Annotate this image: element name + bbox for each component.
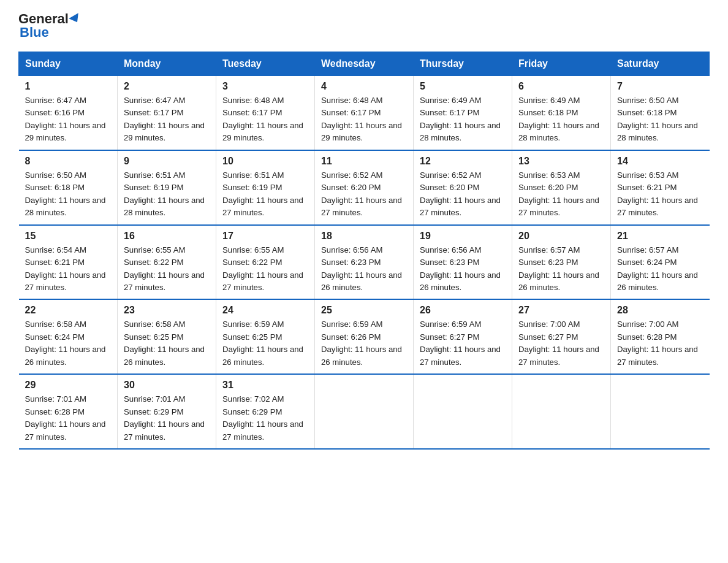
day-info: Sunrise: 6:57 AM Sunset: 6:24 PM Dayligh… bbox=[617, 244, 703, 294]
calendar-cell: 8 Sunrise: 6:50 AM Sunset: 6:18 PM Dayli… bbox=[19, 150, 118, 225]
day-info: Sunrise: 6:53 AM Sunset: 6:20 PM Dayligh… bbox=[518, 169, 604, 220]
day-number: 3 bbox=[222, 81, 308, 92]
weekday-row: SundayMondayTuesdayWednesdayThursdayFrid… bbox=[19, 52, 710, 76]
calendar-cell: 25 Sunrise: 6:59 AM Sunset: 6:26 PM Dayl… bbox=[315, 299, 414, 374]
logo-general-text: General bbox=[18, 12, 69, 26]
weekday-header-monday: Monday bbox=[118, 52, 216, 76]
page-header: General Blue bbox=[18, 12, 710, 40]
day-info: Sunrise: 6:47 AM Sunset: 6:16 PM Dayligh… bbox=[25, 94, 112, 145]
day-number: 30 bbox=[124, 380, 210, 391]
calendar-week-3: 15 Sunrise: 6:54 AM Sunset: 6:21 PM Dayl… bbox=[19, 225, 710, 300]
calendar-cell: 22 Sunrise: 6:58 AM Sunset: 6:24 PM Dayl… bbox=[19, 299, 118, 374]
day-number: 17 bbox=[222, 231, 308, 242]
weekday-header-saturday: Saturday bbox=[611, 52, 710, 76]
day-info: Sunrise: 6:58 AM Sunset: 6:24 PM Dayligh… bbox=[25, 318, 112, 369]
calendar-cell bbox=[512, 374, 611, 449]
calendar-cell: 4 Sunrise: 6:48 AM Sunset: 6:17 PM Dayli… bbox=[315, 76, 414, 150]
calendar-cell: 28 Sunrise: 7:00 AM Sunset: 6:28 PM Dayl… bbox=[611, 299, 710, 374]
day-number: 11 bbox=[321, 156, 407, 167]
day-info: Sunrise: 6:59 AM Sunset: 6:27 PM Dayligh… bbox=[420, 318, 506, 369]
weekday-header-tuesday: Tuesday bbox=[216, 52, 315, 76]
day-number: 2 bbox=[124, 81, 210, 92]
day-info: Sunrise: 6:48 AM Sunset: 6:17 PM Dayligh… bbox=[222, 94, 308, 145]
day-number: 8 bbox=[25, 156, 112, 167]
day-number: 4 bbox=[321, 81, 407, 92]
day-info: Sunrise: 6:50 AM Sunset: 6:18 PM Dayligh… bbox=[25, 169, 112, 220]
day-number: 19 bbox=[420, 231, 506, 242]
day-info: Sunrise: 6:53 AM Sunset: 6:21 PM Dayligh… bbox=[617, 169, 703, 220]
day-number: 10 bbox=[222, 156, 308, 167]
day-info: Sunrise: 6:50 AM Sunset: 6:18 PM Dayligh… bbox=[617, 94, 703, 145]
day-number: 5 bbox=[420, 81, 506, 92]
day-info: Sunrise: 6:55 AM Sunset: 6:22 PM Dayligh… bbox=[124, 244, 210, 294]
day-info: Sunrise: 7:00 AM Sunset: 6:27 PM Dayligh… bbox=[518, 318, 604, 369]
day-info: Sunrise: 6:56 AM Sunset: 6:23 PM Dayligh… bbox=[321, 244, 407, 294]
calendar-week-4: 22 Sunrise: 6:58 AM Sunset: 6:24 PM Dayl… bbox=[19, 299, 710, 374]
calendar-cell: 29 Sunrise: 7:01 AM Sunset: 6:28 PM Dayl… bbox=[19, 374, 118, 449]
day-info: Sunrise: 6:56 AM Sunset: 6:23 PM Dayligh… bbox=[420, 244, 506, 294]
calendar-cell: 10 Sunrise: 6:51 AM Sunset: 6:19 PM Dayl… bbox=[216, 150, 315, 225]
day-number: 25 bbox=[321, 305, 407, 316]
day-info: Sunrise: 7:02 AM Sunset: 6:29 PM Dayligh… bbox=[222, 393, 308, 443]
calendar-header: SundayMondayTuesdayWednesdayThursdayFrid… bbox=[19, 52, 710, 76]
calendar-cell: 27 Sunrise: 7:00 AM Sunset: 6:27 PM Dayl… bbox=[512, 299, 611, 374]
day-info: Sunrise: 6:59 AM Sunset: 6:26 PM Dayligh… bbox=[321, 318, 407, 369]
weekday-header-wednesday: Wednesday bbox=[315, 52, 414, 76]
calendar-cell: 9 Sunrise: 6:51 AM Sunset: 6:19 PM Dayli… bbox=[118, 150, 216, 225]
day-info: Sunrise: 6:59 AM Sunset: 6:25 PM Dayligh… bbox=[222, 318, 308, 369]
calendar-cell: 16 Sunrise: 6:55 AM Sunset: 6:22 PM Dayl… bbox=[118, 225, 216, 300]
calendar-cell: 31 Sunrise: 7:02 AM Sunset: 6:29 PM Dayl… bbox=[216, 374, 315, 449]
day-number: 29 bbox=[25, 380, 112, 391]
calendar-cell: 3 Sunrise: 6:48 AM Sunset: 6:17 PM Dayli… bbox=[216, 76, 315, 150]
calendar-body: 1 Sunrise: 6:47 AM Sunset: 6:16 PM Dayli… bbox=[19, 76, 710, 450]
day-info: Sunrise: 6:49 AM Sunset: 6:18 PM Dayligh… bbox=[518, 94, 604, 145]
calendar-week-2: 8 Sunrise: 6:50 AM Sunset: 6:18 PM Dayli… bbox=[19, 150, 710, 225]
weekday-header-sunday: Sunday bbox=[19, 52, 118, 76]
calendar-table: SundayMondayTuesdayWednesdayThursdayFrid… bbox=[18, 52, 710, 450]
day-info: Sunrise: 7:00 AM Sunset: 6:28 PM Dayligh… bbox=[617, 318, 703, 369]
day-number: 1 bbox=[25, 81, 112, 92]
day-number: 9 bbox=[124, 156, 210, 167]
calendar-cell: 30 Sunrise: 7:01 AM Sunset: 6:29 PM Dayl… bbox=[118, 374, 216, 449]
calendar-cell: 14 Sunrise: 6:53 AM Sunset: 6:21 PM Dayl… bbox=[611, 150, 710, 225]
logo-arrow-icon bbox=[69, 13, 82, 25]
day-number: 27 bbox=[518, 305, 604, 316]
calendar-week-1: 1 Sunrise: 6:47 AM Sunset: 6:16 PM Dayli… bbox=[19, 76, 710, 150]
calendar-cell bbox=[315, 374, 414, 449]
day-number: 13 bbox=[518, 156, 604, 167]
day-info: Sunrise: 6:47 AM Sunset: 6:17 PM Dayligh… bbox=[124, 94, 210, 145]
day-number: 26 bbox=[420, 305, 506, 316]
day-info: Sunrise: 6:52 AM Sunset: 6:20 PM Dayligh… bbox=[321, 169, 407, 220]
calendar-cell: 20 Sunrise: 6:57 AM Sunset: 6:23 PM Dayl… bbox=[512, 225, 611, 300]
day-number: 20 bbox=[518, 231, 604, 242]
weekday-header-friday: Friday bbox=[512, 52, 611, 76]
calendar-cell: 23 Sunrise: 6:58 AM Sunset: 6:25 PM Dayl… bbox=[118, 299, 216, 374]
calendar-cell: 21 Sunrise: 6:57 AM Sunset: 6:24 PM Dayl… bbox=[611, 225, 710, 300]
calendar-cell: 11 Sunrise: 6:52 AM Sunset: 6:20 PM Dayl… bbox=[315, 150, 414, 225]
weekday-header-thursday: Thursday bbox=[414, 52, 512, 76]
calendar-cell: 7 Sunrise: 6:50 AM Sunset: 6:18 PM Dayli… bbox=[611, 76, 710, 150]
day-info: Sunrise: 6:55 AM Sunset: 6:22 PM Dayligh… bbox=[222, 244, 308, 294]
calendar-week-5: 29 Sunrise: 7:01 AM Sunset: 6:28 PM Dayl… bbox=[19, 374, 710, 449]
calendar-cell: 17 Sunrise: 6:55 AM Sunset: 6:22 PM Dayl… bbox=[216, 225, 315, 300]
calendar-cell: 2 Sunrise: 6:47 AM Sunset: 6:17 PM Dayli… bbox=[118, 76, 216, 150]
calendar-cell: 12 Sunrise: 6:52 AM Sunset: 6:20 PM Dayl… bbox=[414, 150, 512, 225]
day-number: 22 bbox=[25, 305, 112, 316]
day-info: Sunrise: 6:52 AM Sunset: 6:20 PM Dayligh… bbox=[420, 169, 506, 220]
day-number: 7 bbox=[617, 81, 703, 92]
day-info: Sunrise: 6:51 AM Sunset: 6:19 PM Dayligh… bbox=[222, 169, 308, 220]
day-info: Sunrise: 6:54 AM Sunset: 6:21 PM Dayligh… bbox=[25, 244, 112, 294]
day-info: Sunrise: 6:48 AM Sunset: 6:17 PM Dayligh… bbox=[321, 94, 407, 145]
day-number: 24 bbox=[222, 305, 308, 316]
calendar-cell: 18 Sunrise: 6:56 AM Sunset: 6:23 PM Dayl… bbox=[315, 225, 414, 300]
calendar-cell: 15 Sunrise: 6:54 AM Sunset: 6:21 PM Dayl… bbox=[19, 225, 118, 300]
day-number: 12 bbox=[420, 156, 506, 167]
day-number: 18 bbox=[321, 231, 407, 242]
logo-blue-text: Blue bbox=[18, 25, 49, 40]
logo: General Blue bbox=[18, 12, 81, 40]
day-info: Sunrise: 7:01 AM Sunset: 6:29 PM Dayligh… bbox=[124, 393, 210, 443]
day-number: 6 bbox=[518, 81, 604, 92]
day-number: 16 bbox=[124, 231, 210, 242]
day-number: 28 bbox=[617, 305, 703, 316]
calendar-cell: 1 Sunrise: 6:47 AM Sunset: 6:16 PM Dayli… bbox=[19, 76, 118, 150]
